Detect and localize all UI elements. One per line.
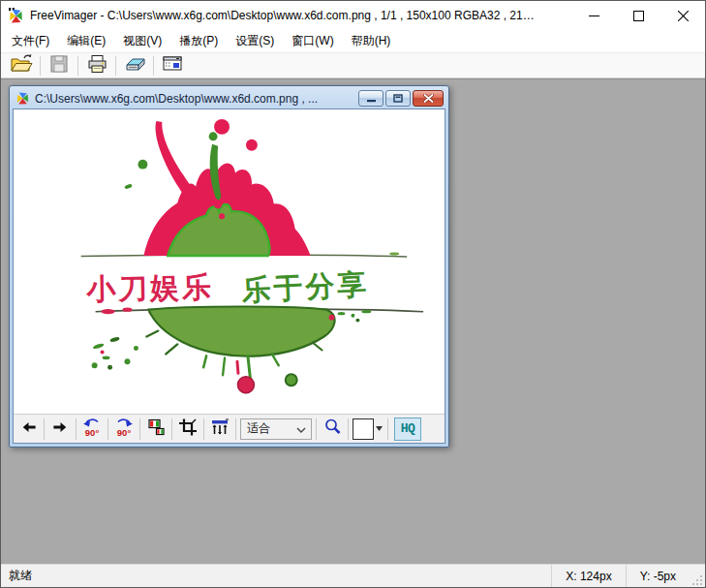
svg-text:90°: 90° (85, 427, 100, 438)
toolbar-separator (171, 418, 172, 440)
image-window-controls (358, 90, 444, 107)
toolbar-separator (316, 418, 317, 440)
toolbar-separator (44, 418, 45, 440)
toolbar-separator (139, 418, 140, 440)
splash-logo: 小刀娱乐 乐于分享 (14, 109, 445, 414)
toolbar-separator (153, 56, 154, 76)
batch-icon (162, 54, 183, 77)
crop-icon (178, 418, 198, 441)
image-window-body: 小刀娱乐 乐于分享 (13, 108, 445, 444)
rotate-ccw-button[interactable]: 90° (80, 418, 104, 441)
save-button[interactable] (46, 54, 73, 77)
print-button[interactable] (83, 54, 110, 77)
swatch-dropdown-arrow[interactable] (374, 426, 384, 431)
levels-icon (210, 418, 230, 441)
rotate-ccw-icon: 90° (80, 416, 104, 443)
zoom-mode-value: 适合 (247, 420, 270, 437)
image-canvas[interactable]: 小刀娱乐 乐于分享 (14, 109, 445, 414)
status-bar: 就绪 X: 124px Y: -5px (1, 564, 705, 587)
menu-item-window[interactable]: 窗口(W) (283, 29, 342, 53)
toolbar-separator (203, 418, 204, 440)
open-icon (10, 53, 33, 77)
image-toolbar: 90° 90° (14, 414, 445, 443)
child-minimize-button[interactable] (358, 90, 384, 107)
minimize-button[interactable] (571, 1, 616, 30)
main-toolbar (1, 52, 705, 78)
toolbar-separator (115, 56, 116, 76)
batch-button[interactable] (159, 54, 186, 77)
menu-item-view[interactable]: 视图(V) (114, 29, 170, 53)
menubar: 文件(F) 编辑(E) 视图(V) 播放(P) 设置(S) 窗口(W) 帮助(H… (1, 30, 705, 52)
bg-color-swatch[interactable] (353, 418, 374, 440)
hq-toggle-button[interactable]: HQ (394, 418, 421, 441)
logo-text-red: 小刀娱乐 (85, 270, 214, 304)
menu-item-file[interactable]: 文件(F) (3, 29, 58, 53)
logo-text-green: 乐于分享 (240, 267, 370, 306)
image-window-titlebar[interactable]: C:\Users\www.x6g.com\Desktop\www.x6d.com… (13, 88, 445, 108)
next-image-button[interactable] (48, 418, 72, 441)
cursor-x-readout: X: 124px (551, 565, 625, 587)
open-button[interactable] (8, 54, 35, 77)
toolbar-separator (348, 418, 349, 440)
colors-icon (146, 418, 166, 441)
image-window-title: C:\Users\www.x6g.com\Desktop\www.x6d.com… (35, 92, 354, 106)
toolbar-separator (107, 418, 108, 440)
image-window-icon (15, 91, 30, 106)
zoom-tool-button[interactable] (321, 418, 344, 441)
close-button[interactable] (660, 1, 705, 30)
toolbar-separator (40, 56, 41, 76)
rotate-cw-icon: 90° (112, 416, 136, 443)
prev-icon (20, 419, 37, 439)
rotate-cw-button[interactable]: 90° (112, 418, 136, 441)
toolbar-separator (235, 418, 236, 440)
save-icon (49, 54, 69, 77)
app-window: FreeVimager - C:\Users\www.x6g.com\Deskt… (0, 0, 706, 588)
status-text: 就绪 (1, 568, 551, 584)
prev-image-button[interactable] (16, 418, 40, 441)
toolbar-separator (387, 418, 388, 440)
menu-item-help[interactable]: 帮助(H) (343, 29, 400, 53)
scan-button[interactable] (121, 54, 148, 77)
resize-grip[interactable] (690, 565, 705, 587)
titlebar: FreeVimager - C:\Users\www.x6g.com\Deskt… (1, 1, 705, 30)
window-title: FreeVimager - C:\Users\www.x6g.com\Deskt… (30, 9, 535, 22)
child-close-button[interactable] (413, 90, 444, 107)
chevron-down-icon (296, 422, 306, 436)
zoom-mode-select[interactable]: 适合 (240, 418, 312, 440)
menu-item-play[interactable]: 播放(P) (170, 29, 227, 53)
toolbar-separator (76, 418, 77, 440)
crop-button[interactable] (176, 418, 200, 441)
colors-button[interactable] (144, 418, 168, 441)
svg-text:90°: 90° (117, 427, 132, 438)
app-icon (8, 8, 24, 24)
scan-icon (124, 54, 146, 77)
mdi-area: C:\Users\www.x6g.com\Desktop\www.x6d.com… (1, 78, 705, 566)
image-window[interactable]: C:\Users\www.x6g.com\Desktop\www.x6d.com… (9, 85, 449, 448)
child-restore-button[interactable] (385, 90, 411, 107)
menu-item-settings[interactable]: 设置(S) (227, 29, 283, 53)
levels-button[interactable] (208, 418, 231, 441)
toolbar-separator (77, 56, 78, 76)
print-icon (86, 54, 107, 77)
maximize-button[interactable] (616, 1, 660, 30)
background-color-picker[interactable] (353, 418, 384, 440)
cursor-y-readout: Y: -5px (626, 565, 690, 587)
magnifier-icon (323, 418, 342, 440)
next-icon (52, 419, 69, 439)
menu-item-edit[interactable]: 编辑(E) (58, 29, 114, 53)
window-controls (571, 1, 705, 30)
